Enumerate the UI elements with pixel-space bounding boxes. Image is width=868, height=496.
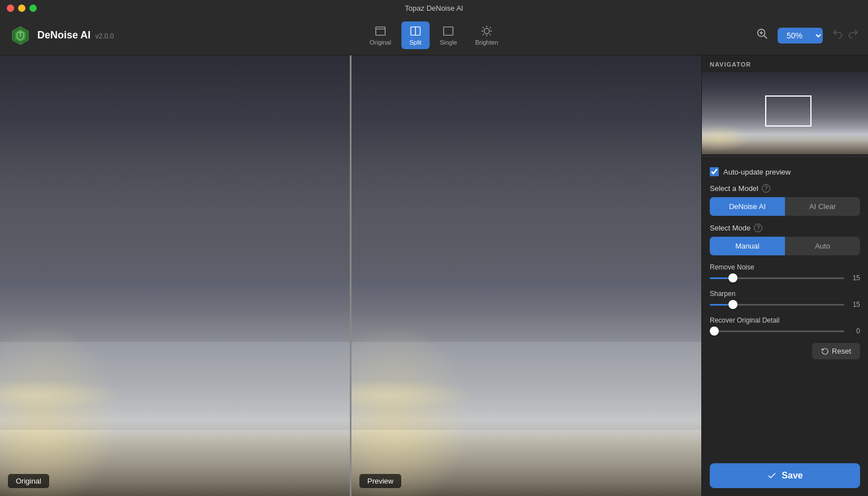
model-btn-group: DeNoise AI AI Clear xyxy=(710,197,860,216)
undo-icon xyxy=(832,28,843,40)
svg-rect-1 xyxy=(376,27,385,36)
recover-detail-value: 0 xyxy=(849,327,860,335)
save-button[interactable]: Save xyxy=(710,463,860,488)
reset-icon xyxy=(821,347,829,355)
reset-section: Reset xyxy=(710,343,860,359)
sliders-section: Remove Noise 15 Sharpen 15 Recov xyxy=(710,263,860,335)
mode-btn-group: Manual Auto xyxy=(710,237,860,255)
auto-button[interactable]: Auto xyxy=(785,237,860,255)
navigator-section: NAVIGATOR xyxy=(702,55,868,154)
original-image xyxy=(0,55,350,496)
mode-section: Select Mode ? Manual Auto xyxy=(710,224,860,255)
toolbar-right: 50% 25% 75% 100% xyxy=(756,28,859,43)
window-title: Topaz DeNoise AI xyxy=(405,4,463,12)
minimize-button[interactable] xyxy=(18,5,25,12)
auto-update-label: Auto-update preview xyxy=(723,168,791,176)
original-panel: Original xyxy=(0,55,350,496)
undo-button[interactable] xyxy=(832,28,843,42)
remove-noise-value: 15 xyxy=(849,274,860,282)
remove-noise-row: Remove Noise 15 xyxy=(710,263,860,282)
sharpen-value: 15 xyxy=(849,301,860,308)
preview-panel: Preview xyxy=(350,55,701,496)
svg-line-10 xyxy=(489,34,491,35)
remove-noise-slider[interactable] xyxy=(710,277,844,279)
mode-help-icon[interactable]: ? xyxy=(754,224,762,232)
reset-button[interactable]: Reset xyxy=(812,343,860,359)
view-single-button[interactable]: Single xyxy=(432,21,465,49)
original-icon xyxy=(374,25,387,37)
sharpen-label: Sharpen xyxy=(710,290,860,298)
navigator-title: NAVIGATOR xyxy=(702,61,868,72)
redo-button[interactable] xyxy=(848,28,859,42)
ai-clear-button[interactable]: AI Clear xyxy=(785,197,860,216)
view-controls: Original Split Single xyxy=(362,21,506,49)
preview-label: Preview xyxy=(359,474,401,488)
zoom-select[interactable]: 50% 25% 75% 100% xyxy=(778,28,823,43)
save-section: Save xyxy=(702,463,868,496)
close-button[interactable] xyxy=(7,5,14,12)
model-help-icon[interactable]: ? xyxy=(762,184,770,193)
traffic-lights xyxy=(7,5,37,12)
svg-point-4 xyxy=(484,28,489,33)
sharpen-row: Sharpen 15 xyxy=(710,290,860,308)
toolbar: T DeNoise AI v2.0.0 Original Split xyxy=(0,16,868,55)
zoom-in-button[interactable] xyxy=(756,28,769,43)
preview-image xyxy=(351,55,701,496)
view-split-button[interactable]: Split xyxy=(401,21,429,49)
svg-line-9 xyxy=(483,27,484,28)
divider-1 xyxy=(702,156,868,157)
manual-button[interactable]: Manual xyxy=(710,237,785,255)
recover-detail-label: Recover Original Detail xyxy=(710,316,860,324)
recover-detail-row: Recover Original Detail 0 xyxy=(710,316,860,335)
split-icon xyxy=(409,25,422,37)
app-logo-icon: T xyxy=(9,24,32,47)
original-label: Original xyxy=(8,474,49,488)
save-icon xyxy=(767,471,777,481)
view-original-button[interactable]: Original xyxy=(362,21,399,49)
model-label: Select a Model xyxy=(710,184,758,193)
title-bar: Topaz DeNoise AI xyxy=(0,0,868,16)
brighten-icon xyxy=(480,25,493,37)
redo-icon xyxy=(848,28,859,40)
main-content: Original Preview NAVIGATOR Auto-update p… xyxy=(0,55,868,496)
app-logo: T DeNoise AI v2.0.0 xyxy=(9,24,114,47)
remove-noise-label: Remove Noise xyxy=(710,263,860,271)
view-brighten-button[interactable]: Brighten xyxy=(467,21,506,49)
model-section: Select a Model ? DeNoise AI AI Clear xyxy=(710,184,860,216)
sharpen-slider[interactable] xyxy=(710,304,844,306)
auto-update-row: Auto-update preview xyxy=(710,167,860,176)
mode-label: Select Mode xyxy=(710,224,750,232)
navigator-thumbnail xyxy=(702,72,868,154)
navigator-viewport[interactable] xyxy=(765,95,811,127)
svg-line-11 xyxy=(489,27,491,28)
svg-rect-3 xyxy=(444,27,453,36)
auto-update-checkbox[interactable] xyxy=(710,167,719,176)
right-panel: NAVIGATOR Auto-update preview Select a M… xyxy=(701,55,868,496)
maximize-button[interactable] xyxy=(29,5,37,12)
svg-line-14 xyxy=(764,35,767,38)
app-name: DeNoise AI v2.0.0 xyxy=(37,29,114,41)
zoom-in-icon xyxy=(756,28,769,40)
denoise-ai-button[interactable]: DeNoise AI xyxy=(710,197,785,216)
controls-section: Auto-update preview Select a Model ? DeN… xyxy=(702,159,868,367)
single-icon xyxy=(442,25,454,37)
undo-redo-controls xyxy=(832,28,859,42)
recover-detail-slider[interactable] xyxy=(710,330,844,332)
app-version: v2.0.0 xyxy=(96,32,114,40)
svg-line-12 xyxy=(483,34,484,35)
svg-text:T: T xyxy=(19,32,22,38)
image-area: Original Preview xyxy=(0,55,701,496)
